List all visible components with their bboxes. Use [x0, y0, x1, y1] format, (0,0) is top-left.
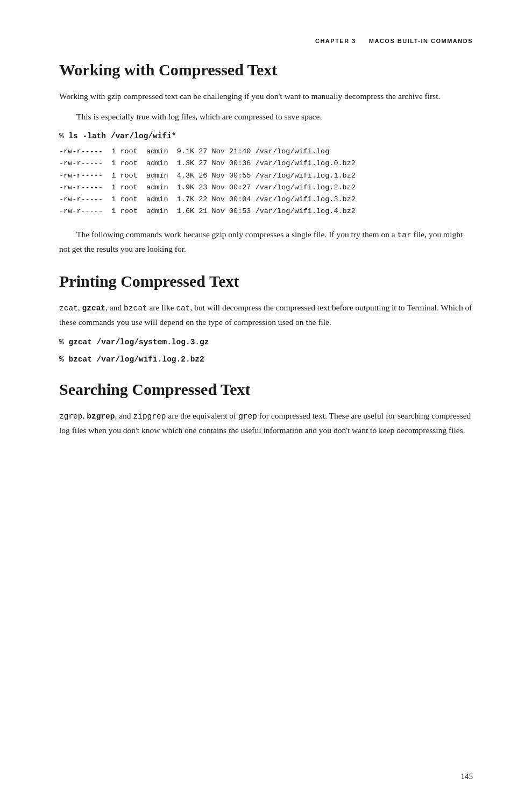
- section-title-searching: Searching Compressed Text: [59, 380, 473, 399]
- code-row-1: -rw-r----- 1 root admin 1.3K 27 Nov 00:3…: [59, 158, 473, 169]
- section-working-compressed-text: Working with Compressed Text Working wit…: [59, 60, 473, 256]
- command-block-ls: % ls -lath /var/log/wifi*: [59, 132, 473, 140]
- page-header: CHAPTER 3 MACOS BUILT-IN COMMANDS: [59, 38, 473, 44]
- page-number: 145: [461, 772, 473, 781]
- section-title-printing: Printing Compressed Text: [59, 272, 473, 291]
- section-title-working: Working with Compressed Text: [59, 60, 473, 80]
- inline-code-bzcat: bzcat: [124, 304, 147, 313]
- paragraph-closing: The following commands work because gzip…: [59, 228, 473, 256]
- code-row-4: -rw-r----- 1 root admin 1.7K 22 Nov 00:0…: [59, 194, 473, 206]
- inline-code-zgrep: zgrep: [59, 412, 83, 421]
- paragraph-2: This is especially true with log files, …: [59, 110, 473, 124]
- code-row-0: -rw-r----- 1 root admin 9.1K 27 Nov 21:4…: [59, 146, 473, 158]
- command-bzcat: % bzcat /var/log/wifi.log.2.bz2: [59, 355, 473, 364]
- header-chapter: CHAPTER 3: [315, 38, 356, 44]
- command-block-bzcat: % bzcat /var/log/wifi.log.2.bz2: [59, 355, 473, 364]
- command-ls: % ls -lath /var/log/wifi*: [59, 132, 473, 140]
- command-gzcat: % gzcat /var/log/system.log.3.gz: [59, 338, 473, 346]
- code-row-2: -rw-r----- 1 root admin 4.3K 26 Nov 00:5…: [59, 170, 473, 182]
- paragraph-1: Working with gzip compressed text can be…: [59, 89, 473, 103]
- section-printing-compressed-text: Printing Compressed Text zcat, gzcat, an…: [59, 272, 473, 363]
- inline-code-gzcat: gzcat: [82, 304, 106, 313]
- command-block-gzcat: % gzcat /var/log/system.log.3.gz: [59, 338, 473, 346]
- inline-code-bzgrep: bzgrep: [87, 412, 115, 421]
- code-row-5: -rw-r----- 1 root admin 1.6K 21 Nov 00:5…: [59, 206, 473, 217]
- inline-code-zipgrep: zipgrep: [133, 412, 166, 421]
- code-block-ls-output: -rw-r----- 1 root admin 9.1K 27 Nov 21:4…: [59, 146, 473, 218]
- section-searching-compressed-text: Searching Compressed Text zgrep, bzgrep,…: [59, 380, 473, 437]
- page: CHAPTER 3 MACOS BUILT-IN COMMANDS Workin…: [0, 0, 532, 807]
- inline-code-grep: grep: [238, 412, 257, 421]
- code-row-3: -rw-r----- 1 root admin 1.9K 23 Nov 00:2…: [59, 182, 473, 194]
- paragraph-printing: zcat, gzcat, and bzcat are like cat, but…: [59, 301, 473, 329]
- inline-code-cat: cat: [176, 304, 190, 313]
- header-title: MACOS BUILT-IN COMMANDS: [369, 38, 473, 44]
- inline-code-zcat: zcat: [59, 304, 78, 313]
- inline-code-tar: tar: [398, 231, 412, 239]
- paragraph-searching: zgrep, bzgrep, and zipgrep are the equiv…: [59, 409, 473, 437]
